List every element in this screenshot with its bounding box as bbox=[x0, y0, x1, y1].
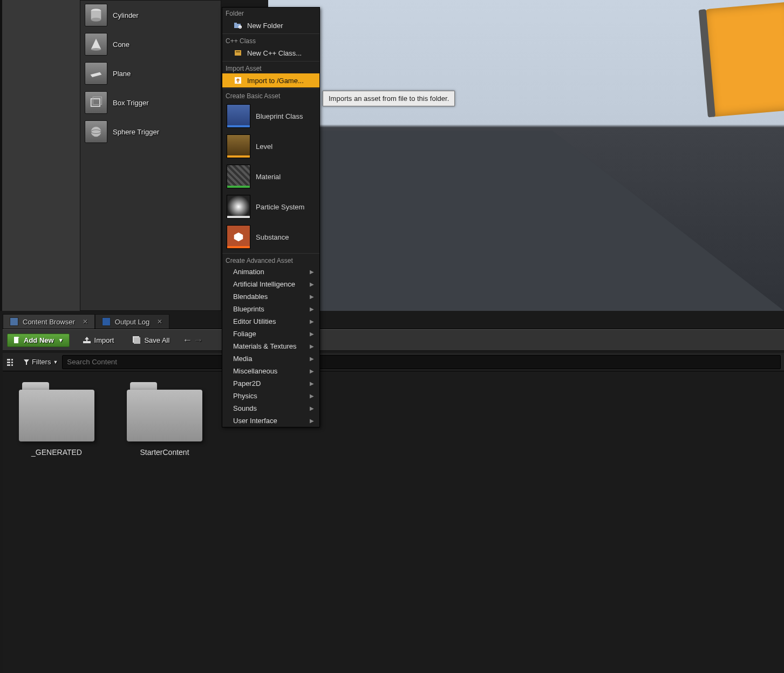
ctx-asset-level[interactable]: Level bbox=[222, 131, 319, 161]
ctx-adv-miscellaneous[interactable]: Miscellaneous▶ bbox=[222, 365, 319, 377]
blueprint-class-icon bbox=[227, 104, 250, 128]
import-icon bbox=[233, 76, 243, 85]
cpp-class-icon bbox=[233, 48, 243, 58]
ctx-header-cpp: C++ Class bbox=[222, 35, 319, 46]
cone-icon bbox=[85, 33, 107, 56]
svg-rect-28 bbox=[11, 359, 13, 361]
ctx-new-folder[interactable]: + New Folder bbox=[222, 18, 319, 32]
ctx-adv-foliage[interactable]: Foliage▶ bbox=[222, 328, 319, 340]
ctx-asset-material[interactable]: Material bbox=[222, 161, 319, 192]
sphere-trigger-icon bbox=[85, 120, 107, 143]
save-all-label: Save All bbox=[144, 336, 169, 344]
ctx-adv-animation[interactable]: Animation▶ bbox=[222, 266, 319, 278]
ctx-import-to-game[interactable]: Import to /Game... bbox=[222, 73, 319, 87]
ctx-asset-blueprint-class[interactable]: Blueprint Class bbox=[222, 101, 319, 131]
sources-panel-toggle[interactable] bbox=[6, 357, 19, 368]
svg-rect-6 bbox=[91, 99, 100, 106]
ctx-adv-label: User Interface bbox=[233, 417, 277, 425]
ctx-adv-label: Materials & Textures bbox=[233, 342, 297, 350]
new-folder-icon: + bbox=[233, 21, 243, 30]
back-button[interactable]: ← bbox=[182, 335, 192, 346]
ctx-adv-label: Editor Utilities bbox=[233, 317, 276, 325]
file-icon bbox=[13, 336, 21, 344]
filters-label: Filters bbox=[32, 358, 51, 366]
svg-rect-11 bbox=[234, 23, 237, 24]
viewport-prop-chair bbox=[704, 2, 784, 117]
ctx-adv-materials-textures[interactable]: Materials & Textures▶ bbox=[222, 340, 319, 352]
plane-icon bbox=[85, 62, 107, 85]
chevron-right-icon: ▶ bbox=[310, 294, 314, 300]
svg-text:+: + bbox=[240, 25, 241, 29]
close-icon[interactable]: ✕ bbox=[83, 318, 88, 325]
bottom-tabstrip: Content Browser ✕ Output Log ✕ bbox=[3, 313, 784, 329]
ctx-adv-media[interactable]: Media▶ bbox=[222, 352, 319, 365]
ctx-adv-blendables[interactable]: Blendables▶ bbox=[222, 290, 319, 303]
import-button[interactable]: Import bbox=[77, 334, 120, 346]
ctx-adv-label: Paper2D bbox=[233, 379, 261, 388]
svg-marker-31 bbox=[24, 359, 29, 365]
folder-generated[interactable]: _GENERATED bbox=[13, 382, 100, 457]
tab-content-browser[interactable]: Content Browser ✕ bbox=[3, 314, 95, 329]
ctx-adv-sounds[interactable]: Sounds▶ bbox=[222, 402, 319, 414]
ctx-header-folder: Folder bbox=[222, 8, 319, 18]
ctx-header-advanced: Create Advanced Asset bbox=[222, 255, 319, 266]
ctx-adv-label: Media bbox=[233, 355, 252, 363]
folder-starter-content[interactable]: StarterContent bbox=[121, 382, 208, 457]
left-panel-strip bbox=[0, 0, 80, 311]
place-actors-panel: Cylinder Cone Plane Box Trigger Sphere T… bbox=[80, 0, 221, 311]
ctx-adv-paper2d[interactable]: Paper2D▶ bbox=[222, 377, 319, 390]
place-actor-label: Cylinder bbox=[113, 11, 139, 19]
ctx-new-cpp-class[interactable]: New C++ Class... bbox=[222, 46, 319, 60]
content-browser-toolbar: Add New ▼ Import Save All ← → bbox=[3, 329, 784, 351]
ctx-adv-label: Foliage bbox=[233, 330, 256, 338]
place-actor-box-trigger[interactable]: Box Trigger bbox=[80, 88, 221, 117]
forward-button[interactable]: → bbox=[193, 335, 203, 346]
viewport-3d[interactable] bbox=[268, 0, 784, 311]
search-content-input[interactable] bbox=[62, 355, 781, 369]
ctx-adv-editor-utilities[interactable]: Editor Utilities▶ bbox=[222, 315, 319, 328]
ctx-asset-particle-system[interactable]: Particle System bbox=[222, 192, 319, 222]
ctx-adv-ai[interactable]: Artificial Intelligence▶ bbox=[222, 278, 319, 290]
ctx-adv-physics[interactable]: Physics▶ bbox=[222, 390, 319, 402]
chevron-right-icon: ▶ bbox=[310, 306, 314, 312]
place-actor-label: Sphere Trigger bbox=[113, 128, 159, 136]
chevron-right-icon: ▶ bbox=[310, 343, 314, 349]
svg-rect-7 bbox=[93, 97, 101, 105]
add-new-button[interactable]: Add New ▼ bbox=[7, 334, 70, 347]
place-actor-label: Box Trigger bbox=[113, 99, 148, 107]
ctx-asset-substance[interactable]: Substance bbox=[222, 222, 319, 252]
svg-rect-30 bbox=[11, 364, 13, 366]
ctx-adv-label: Animation bbox=[233, 268, 264, 276]
ctx-adv-label: Artificial Intelligence bbox=[233, 280, 295, 288]
chevron-down-icon: ▼ bbox=[58, 337, 64, 343]
save-all-button[interactable]: Save All bbox=[127, 334, 175, 346]
folder-icon bbox=[19, 382, 94, 441]
ctx-adv-label: Blendables bbox=[233, 293, 268, 301]
particle-system-icon bbox=[227, 195, 250, 219]
svg-rect-29 bbox=[11, 362, 13, 363]
ctx-asset-label: Substance bbox=[256, 233, 289, 241]
filters-dropdown[interactable]: Filters ▼ bbox=[23, 358, 58, 366]
close-icon[interactable]: ✕ bbox=[157, 318, 162, 325]
tab-output-log[interactable]: Output Log ✕ bbox=[95, 314, 169, 329]
content-grid[interactable]: _GENERATED StarterContent bbox=[3, 371, 784, 673]
svg-rect-15 bbox=[236, 51, 240, 52]
ctx-import-label: Import to /Game... bbox=[247, 77, 304, 85]
ctx-asset-label: Particle System bbox=[256, 203, 304, 211]
ctx-asset-label: Level bbox=[256, 142, 272, 151]
import-label: Import bbox=[94, 336, 114, 344]
place-actor-cone[interactable]: Cone bbox=[80, 30, 221, 59]
place-actor-cylinder[interactable]: Cylinder bbox=[80, 1, 221, 30]
ctx-adv-user-interface[interactable]: User Interface▶ bbox=[222, 414, 319, 427]
import-tooltip: Imports an asset from file to this folde… bbox=[323, 91, 455, 106]
place-actor-label: Plane bbox=[113, 70, 131, 78]
chevron-right-icon: ▶ bbox=[310, 405, 314, 411]
chevron-right-icon: ▶ bbox=[310, 356, 314, 362]
svg-marker-18 bbox=[234, 233, 243, 242]
place-actor-plane[interactable]: Plane bbox=[80, 59, 221, 88]
ctx-header-basic: Create Basic Asset bbox=[222, 90, 319, 101]
ctx-adv-blueprints[interactable]: Blueprints▶ bbox=[222, 303, 319, 315]
chevron-right-icon: ▶ bbox=[310, 380, 314, 386]
chevron-right-icon: ▶ bbox=[310, 418, 314, 424]
place-actor-sphere-trigger[interactable]: Sphere Trigger bbox=[80, 117, 221, 146]
